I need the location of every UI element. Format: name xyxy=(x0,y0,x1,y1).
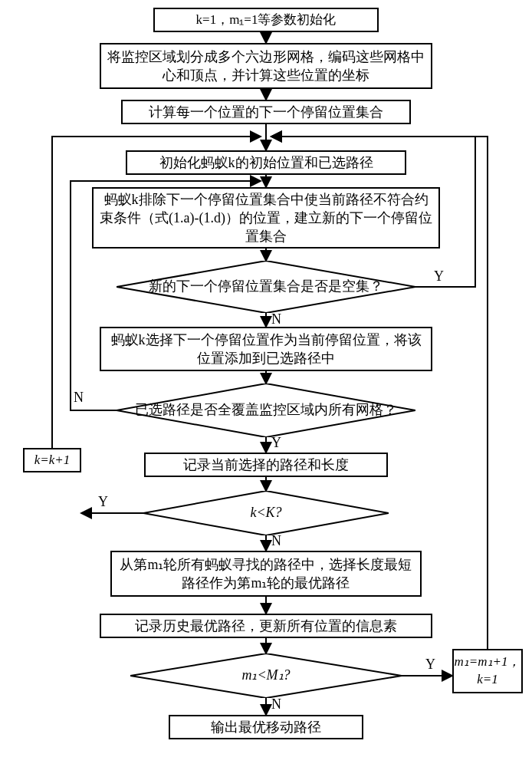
label-yes: Y xyxy=(98,494,108,510)
step-output-path: 输出最优移动路径 xyxy=(169,715,363,739)
decision-text: 新的下一个停留位置集合是否是空集？ xyxy=(149,278,383,295)
label-yes: Y xyxy=(434,268,444,285)
decision-full-coverage: 已选路径是否全覆盖监控区域内所有网格？ xyxy=(117,384,415,437)
step-init-params: k=1，m₁=1等参数初始化 xyxy=(153,8,379,32)
step-text: 计算每一个位置的下一个停留位置集合 xyxy=(149,103,383,121)
step-text: 输出最优移动路径 xyxy=(211,718,321,736)
step-filter-constraints: 蚂蚁k排除下一个停留位置集合中使当前路径不符合约束条件（式(1.a)-(1.d)… xyxy=(92,187,440,249)
label-no: N xyxy=(271,311,281,328)
step-text: 记录历史最优路径，更新所有位置的信息素 xyxy=(135,617,397,635)
step-grid-encode: 将监控区域划分成多个六边形网格，编码这些网格中心和顶点，并计算这些位置的坐标 xyxy=(100,43,432,89)
step-text: k=k+1 xyxy=(34,452,71,469)
step-update-pheromones: 记录历史最优路径，更新所有位置的信息素 xyxy=(100,614,432,638)
step-compute-next-stop-sets: 计算每一个位置的下一个停留位置集合 xyxy=(121,100,411,124)
step-text: k=1，m₁=1等参数初始化 xyxy=(196,12,337,29)
decision-k-lt-K: k<K? xyxy=(143,491,389,535)
step-init-ant: 初始化蚂蚁k的初始位置和已选路径 xyxy=(126,150,406,175)
step-text: 将监控区域划分成多个六边形网格，编码这些网格中心和顶点，并计算这些位置的坐标 xyxy=(107,48,425,85)
step-text: 记录当前选择的路径和长度 xyxy=(183,456,349,474)
decision-text: m₁<M₁? xyxy=(241,667,290,684)
step-text: 蚂蚁k排除下一个停留位置集合中使当前路径不符合约束条件（式(1.a)-(1.d)… xyxy=(100,190,432,246)
label-yes: Y xyxy=(271,435,281,451)
label-yes: Y xyxy=(425,657,435,673)
decision-newset-empty: 新的下一个停留位置集合是否是空集？ xyxy=(117,261,415,313)
decision-m1-lt-M1: m₁<M₁? xyxy=(130,653,402,698)
step-text: 蚂蚁k选择下一个停留位置作为当前停留位置，将该位置添加到已选路径中 xyxy=(107,331,425,368)
label-no: N xyxy=(74,390,84,406)
decision-text: 已选路径是否全覆盖监控区域内所有网格？ xyxy=(135,401,397,419)
decision-text: k<K? xyxy=(250,504,281,522)
step-increment-k: k=k+1 xyxy=(23,448,81,472)
step-select-shortest: 从第m₁轮所有蚂蚁寻找的路径中，选择长度最短路径作为第m₁轮的最优路径 xyxy=(110,551,422,597)
step-text: 初始化蚂蚁k的初始位置和已选路径 xyxy=(159,153,373,172)
label-no: N xyxy=(271,533,281,549)
step-increment-m1: m₁=m₁+1，k=1 xyxy=(452,649,523,693)
label-no: N xyxy=(271,696,281,713)
step-text: m₁=m₁+1，k=1 xyxy=(455,653,521,689)
step-record-path: 记录当前选择的路径和长度 xyxy=(144,453,388,477)
step-text: 从第m₁轮所有蚂蚁寻找的路径中，选择长度最短路径作为第m₁轮的最优路径 xyxy=(118,555,414,593)
step-choose-next-stop: 蚂蚁k选择下一个停留位置作为当前停留位置，将该位置添加到已选路径中 xyxy=(100,327,432,371)
